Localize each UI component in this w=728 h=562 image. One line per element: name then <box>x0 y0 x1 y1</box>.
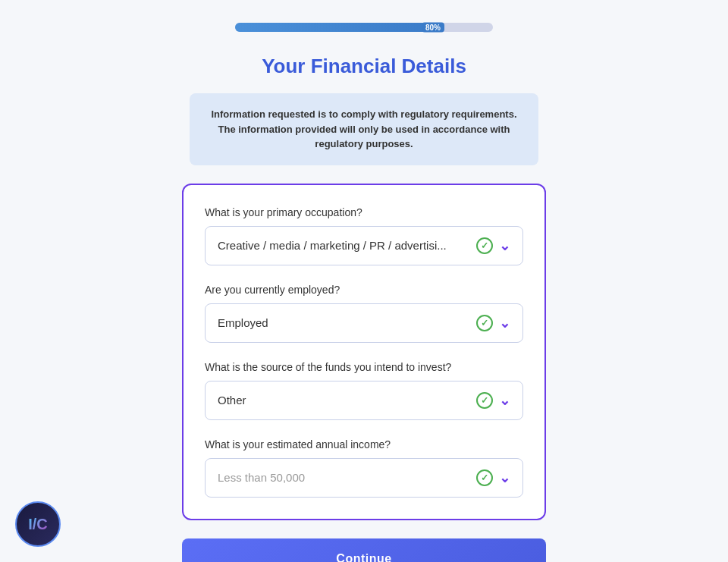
occupation-check-icon <box>476 237 493 254</box>
annual-income-group: What is your estimated annual income? Le… <box>205 438 523 498</box>
occupation-value: Creative / media / marketing / PR / adve… <box>218 239 476 252</box>
info-text: Information requested is to comply with … <box>211 108 516 149</box>
occupation-chevron-icon: ⌄ <box>499 237 510 254</box>
funds-source-select[interactable]: Other ⌄ <box>205 381 523 420</box>
occupation-group: What is your primary occupation? Creativ… <box>205 206 523 265</box>
progress-bar-background: 80% <box>235 23 493 32</box>
employed-select[interactable]: Employed ⌄ <box>205 303 523 343</box>
occupation-label: What is your primary occupation? <box>205 206 523 218</box>
annual-income-check-icon <box>476 469 493 486</box>
employed-label: Are you currently employed? <box>205 284 523 296</box>
funds-source-check-icon <box>476 392 493 409</box>
annual-income-chevron-icon: ⌄ <box>499 469 510 486</box>
funds-source-label: What is the source of the funds you inte… <box>205 361 523 373</box>
employed-chevron-icon: ⌄ <box>499 315 510 331</box>
progress-label: 80% <box>422 23 444 33</box>
annual-income-select[interactable]: Less than 50,000 ⌄ <box>205 458 523 498</box>
employed-icons: ⌄ <box>476 315 510 331</box>
progress-bar-fill: 80% <box>235 23 441 32</box>
employed-group: Are you currently employed? Employed ⌄ <box>205 284 523 343</box>
form-card: What is your primary occupation? Creativ… <box>182 184 546 520</box>
annual-income-value: Less than 50,000 <box>218 471 476 484</box>
funds-source-group: What is the source of the funds you inte… <box>205 361 523 420</box>
logo-text: I/C <box>28 516 48 533</box>
info-box: Information requested is to comply with … <box>190 93 538 165</box>
funds-source-icons: ⌄ <box>476 392 510 409</box>
funds-source-chevron-icon: ⌄ <box>499 392 510 409</box>
employed-check-icon <box>476 315 493 331</box>
page-title: Your Financial Details <box>262 55 466 78</box>
employed-value: Employed <box>218 316 476 329</box>
logo-badge: I/C <box>15 501 61 547</box>
progress-bar-container: 80% <box>235 23 493 32</box>
annual-income-icons: ⌄ <box>476 469 510 486</box>
continue-button[interactable]: Continue <box>182 538 546 563</box>
funds-source-value: Other <box>218 394 476 407</box>
annual-income-label: What is your estimated annual income? <box>205 438 523 451</box>
occupation-icons: ⌄ <box>476 237 510 254</box>
occupation-select[interactable]: Creative / media / marketing / PR / adve… <box>205 226 523 265</box>
